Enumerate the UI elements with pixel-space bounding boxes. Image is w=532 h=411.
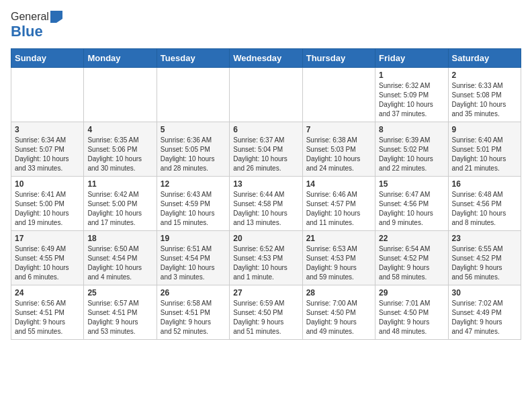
page-header: General Blue xyxy=(11,11,521,40)
calendar-cell: 18Sunrise: 6:50 AM Sunset: 4:54 PM Dayli… xyxy=(84,231,157,285)
day-number: 17 xyxy=(15,234,80,243)
day-number: 2 xyxy=(452,71,517,80)
day-info: Sunrise: 6:41 AM Sunset: 5:00 PM Dayligh… xyxy=(15,190,80,228)
logo: General Blue xyxy=(11,11,62,40)
day-info: Sunrise: 6:44 AM Sunset: 4:58 PM Dayligh… xyxy=(233,190,298,228)
calendar-cell: 6Sunrise: 6:37 AM Sunset: 5:04 PM Daylig… xyxy=(230,122,302,177)
calendar-cell: 15Sunrise: 6:47 AM Sunset: 4:56 PM Dayli… xyxy=(375,177,448,231)
calendar-cell: 5Sunrise: 6:36 AM Sunset: 5:05 PM Daylig… xyxy=(157,122,229,177)
calendar-cell: 14Sunrise: 6:46 AM Sunset: 4:57 PM Dayli… xyxy=(302,177,375,231)
calendar-week-row: 10Sunrise: 6:41 AM Sunset: 5:00 PM Dayli… xyxy=(11,177,521,231)
day-info: Sunrise: 6:59 AM Sunset: 4:50 PM Dayligh… xyxy=(233,299,298,336)
calendar-cell: 27Sunrise: 6:59 AM Sunset: 4:50 PM Dayli… xyxy=(230,285,302,340)
day-info: Sunrise: 7:00 AM Sunset: 4:50 PM Dayligh… xyxy=(306,299,371,336)
day-number: 1 xyxy=(379,71,444,80)
day-number: 10 xyxy=(15,179,80,189)
day-number: 20 xyxy=(233,234,298,243)
weekday-header: Saturday xyxy=(448,49,521,68)
calendar-cell: 9Sunrise: 6:40 AM Sunset: 5:01 PM Daylig… xyxy=(448,122,521,177)
day-number: 6 xyxy=(233,125,298,134)
logo-blue-text: Blue xyxy=(11,23,43,40)
calendar-week-row: 24Sunrise: 6:56 AM Sunset: 4:51 PM Dayli… xyxy=(11,285,521,340)
day-info: Sunrise: 6:33 AM Sunset: 5:08 PM Dayligh… xyxy=(452,81,517,119)
calendar-week-row: 1Sunrise: 6:32 AM Sunset: 5:09 PM Daylig… xyxy=(11,68,521,122)
calendar-cell: 1Sunrise: 6:32 AM Sunset: 5:09 PM Daylig… xyxy=(375,68,448,122)
calendar-cell: 19Sunrise: 6:51 AM Sunset: 4:54 PM Dayli… xyxy=(157,231,229,285)
day-number: 9 xyxy=(452,125,517,134)
day-number: 16 xyxy=(452,179,517,189)
day-info: Sunrise: 6:50 AM Sunset: 4:54 PM Dayligh… xyxy=(87,244,152,282)
calendar-cell: 20Sunrise: 6:52 AM Sunset: 4:53 PM Dayli… xyxy=(230,231,302,285)
day-info: Sunrise: 6:34 AM Sunset: 5:07 PM Dayligh… xyxy=(15,136,80,173)
calendar-cell: 10Sunrise: 6:41 AM Sunset: 5:00 PM Dayli… xyxy=(11,177,84,231)
logo-flag-icon xyxy=(50,11,62,23)
day-info: Sunrise: 6:57 AM Sunset: 4:51 PM Dayligh… xyxy=(87,299,152,336)
day-info: Sunrise: 6:43 AM Sunset: 4:59 PM Dayligh… xyxy=(161,190,226,228)
calendar-week-row: 17Sunrise: 6:49 AM Sunset: 4:55 PM Dayli… xyxy=(11,231,521,285)
calendar-header-row: SundayMondayTuesdayWednesdayThursdayFrid… xyxy=(11,49,521,68)
calendar-cell: 11Sunrise: 6:42 AM Sunset: 5:00 PM Dayli… xyxy=(84,177,157,231)
calendar-cell: 29Sunrise: 7:01 AM Sunset: 4:50 PM Dayli… xyxy=(375,285,448,340)
day-info: Sunrise: 6:56 AM Sunset: 4:51 PM Dayligh… xyxy=(15,299,80,336)
day-number: 11 xyxy=(87,179,152,189)
weekday-header: Monday xyxy=(84,49,157,68)
calendar-cell: 17Sunrise: 6:49 AM Sunset: 4:55 PM Dayli… xyxy=(11,231,84,285)
day-info: Sunrise: 6:36 AM Sunset: 5:05 PM Dayligh… xyxy=(161,136,226,173)
day-info: Sunrise: 6:52 AM Sunset: 4:53 PM Dayligh… xyxy=(233,244,298,282)
day-info: Sunrise: 6:53 AM Sunset: 4:53 PM Dayligh… xyxy=(306,244,371,282)
calendar-cell: 3Sunrise: 6:34 AM Sunset: 5:07 PM Daylig… xyxy=(11,122,84,177)
weekday-header: Wednesday xyxy=(230,49,302,68)
calendar-cell xyxy=(11,68,84,122)
day-number: 29 xyxy=(379,288,444,298)
calendar-cell xyxy=(84,68,157,122)
day-info: Sunrise: 7:01 AM Sunset: 4:50 PM Dayligh… xyxy=(379,299,444,336)
calendar-cell: 21Sunrise: 6:53 AM Sunset: 4:53 PM Dayli… xyxy=(302,231,375,285)
calendar-cell: 13Sunrise: 6:44 AM Sunset: 4:58 PM Dayli… xyxy=(230,177,302,231)
day-number: 14 xyxy=(306,179,371,189)
day-info: Sunrise: 6:35 AM Sunset: 5:06 PM Dayligh… xyxy=(87,136,152,173)
day-info: Sunrise: 6:54 AM Sunset: 4:52 PM Dayligh… xyxy=(379,244,444,282)
day-info: Sunrise: 7:02 AM Sunset: 4:49 PM Dayligh… xyxy=(452,299,517,336)
calendar-cell xyxy=(157,68,229,122)
calendar-cell: 8Sunrise: 6:39 AM Sunset: 5:02 PM Daylig… xyxy=(375,122,448,177)
day-number: 15 xyxy=(379,179,444,189)
day-info: Sunrise: 6:55 AM Sunset: 4:52 PM Dayligh… xyxy=(452,244,517,282)
calendar-table: SundayMondayTuesdayWednesdayThursdayFrid… xyxy=(11,48,521,340)
day-number: 30 xyxy=(452,288,517,298)
calendar-cell: 30Sunrise: 7:02 AM Sunset: 4:49 PM Dayli… xyxy=(448,285,521,340)
day-info: Sunrise: 6:38 AM Sunset: 5:03 PM Dayligh… xyxy=(306,136,371,173)
weekday-header: Thursday xyxy=(302,49,375,68)
calendar-week-row: 3Sunrise: 6:34 AM Sunset: 5:07 PM Daylig… xyxy=(11,122,521,177)
weekday-header: Friday xyxy=(375,49,448,68)
day-number: 4 xyxy=(87,125,152,134)
day-info: Sunrise: 6:47 AM Sunset: 4:56 PM Dayligh… xyxy=(379,190,444,228)
weekday-header: Sunday xyxy=(11,49,84,68)
day-info: Sunrise: 6:49 AM Sunset: 4:55 PM Dayligh… xyxy=(15,244,80,282)
day-info: Sunrise: 6:48 AM Sunset: 4:56 PM Dayligh… xyxy=(452,190,517,228)
calendar-cell: 7Sunrise: 6:38 AM Sunset: 5:03 PM Daylig… xyxy=(302,122,375,177)
weekday-header: Tuesday xyxy=(157,49,229,68)
day-number: 28 xyxy=(306,288,371,298)
day-number: 8 xyxy=(379,125,444,134)
day-number: 19 xyxy=(161,234,226,243)
calendar-cell: 4Sunrise: 6:35 AM Sunset: 5:06 PM Daylig… xyxy=(84,122,157,177)
day-number: 5 xyxy=(161,125,226,134)
calendar-cell: 2Sunrise: 6:33 AM Sunset: 5:08 PM Daylig… xyxy=(448,68,521,122)
day-number: 7 xyxy=(306,125,371,134)
day-number: 27 xyxy=(233,288,298,298)
day-number: 18 xyxy=(87,234,152,243)
calendar-cell xyxy=(230,68,302,122)
calendar-cell: 22Sunrise: 6:54 AM Sunset: 4:52 PM Dayli… xyxy=(375,231,448,285)
day-number: 13 xyxy=(233,179,298,189)
day-info: Sunrise: 6:46 AM Sunset: 4:57 PM Dayligh… xyxy=(306,190,371,228)
svg-marker-0 xyxy=(50,11,62,23)
calendar-cell: 12Sunrise: 6:43 AM Sunset: 4:59 PM Dayli… xyxy=(157,177,229,231)
day-number: 23 xyxy=(452,234,517,243)
calendar-cell: 26Sunrise: 6:58 AM Sunset: 4:51 PM Dayli… xyxy=(157,285,229,340)
day-number: 24 xyxy=(15,288,80,298)
day-info: Sunrise: 6:58 AM Sunset: 4:51 PM Dayligh… xyxy=(161,299,226,336)
day-number: 26 xyxy=(161,288,226,298)
calendar-cell xyxy=(302,68,375,122)
calendar-cell: 24Sunrise: 6:56 AM Sunset: 4:51 PM Dayli… xyxy=(11,285,84,340)
calendar-cell: 16Sunrise: 6:48 AM Sunset: 4:56 PM Dayli… xyxy=(448,177,521,231)
